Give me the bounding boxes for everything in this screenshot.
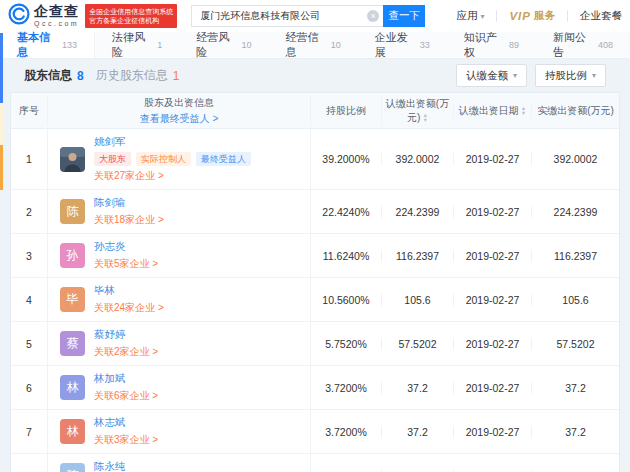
row-date: 2019-02-27 — [453, 426, 531, 438]
shareholder-tags: 大股东实际控制人最终受益人 — [94, 152, 251, 166]
table-row: 4 毕 毕林 关联24家企业 > 10.5600% 105.6 2019-02-… — [11, 278, 619, 322]
chevron-down-icon: ▾ — [513, 71, 517, 80]
related-companies-link[interactable]: 关联18家企业 > — [94, 213, 164, 227]
left-edge-widget-blue — [0, 33, 3, 103]
row-index: 1 — [11, 153, 47, 165]
row-index: 3 — [11, 250, 47, 262]
related-companies-link[interactable]: 关联27家企业 > — [94, 169, 164, 183]
table-row: 5 蔡 蔡妤婷 关联2家企业 > 5.7520% 57.5202 2019-02… — [11, 322, 619, 366]
menu-divider — [567, 10, 568, 22]
row-subscribed: 392.0002 — [381, 153, 453, 165]
main-content: 股东信息 8 历史股东信息 1 认缴金额 ▾ 持股比例 ▾ 序号 股东及出资信息… — [0, 59, 630, 472]
shareholder-char-avatar: 蔡 — [60, 331, 85, 356]
related-companies-link[interactable]: 关联3家企业 > — [94, 433, 158, 447]
shareholder-name-link[interactable]: 姚剑军 — [94, 135, 126, 149]
shareholder-name-link[interactable]: 林志斌 — [94, 416, 126, 430]
history-shareholder-link[interactable]: 历史股东信息 — [96, 67, 168, 84]
row-date: 2019-02-27 — [453, 382, 531, 394]
row-index: 5 — [11, 338, 47, 350]
shareholder-name-link[interactable]: 陈剑瑜 — [94, 196, 126, 210]
shareholder-name-link[interactable]: 陈永纯 — [94, 460, 126, 472]
row-date: 2019-02-27 — [453, 206, 531, 218]
qcc-logo[interactable]: 企查查 Qcc.com — [8, 3, 79, 29]
row-index: 4 — [11, 294, 47, 306]
logo-name: 企查查 — [34, 4, 79, 19]
sort-icon[interactable]: ▲▼ — [422, 113, 427, 122]
tab-经营信息[interactable]: 经营信息 10 — [269, 32, 358, 58]
search-box: × 查一下 — [191, 5, 425, 27]
shareholder-name-link[interactable]: 孙志炎 — [94, 240, 126, 254]
history-shareholder-count: 1 — [173, 69, 180, 83]
search-input[interactable] — [191, 5, 383, 27]
related-companies-link[interactable]: 关联5家企业 > — [94, 257, 158, 271]
sort-icon[interactable]: ▲▼ — [521, 106, 526, 115]
row-ratio: 5.7520% — [311, 338, 381, 350]
shareholder-name-link[interactable]: 蔡妤婷 — [94, 328, 126, 342]
menu-vip[interactable]: VIP 服务 — [509, 9, 555, 23]
shareholder-info-title: 股东信息 — [24, 67, 72, 84]
row-ratio: 39.2000% — [311, 153, 381, 165]
table-row: 1 姚剑军 大股东实际控制人最终受益人 关联27家企业 > 39.2000% 3… — [11, 129, 619, 190]
row-index: 2 — [11, 206, 47, 218]
row-ratio: 3.7200% — [311, 426, 381, 438]
row-subscribed: 37.2 — [381, 382, 453, 394]
table-header-row: 序号 股东及出资信息 查看最终受益人 > 持股比例 认缴出资额(万元)▲▼ 认缴… — [11, 93, 619, 129]
related-companies-link[interactable]: 关联6家企业 > — [94, 389, 158, 403]
row-paid: 392.0002 — [531, 153, 619, 165]
shareholder-char-avatar: 林 — [60, 375, 85, 400]
tab-新闻公告[interactable]: 新闻公告 408 — [536, 32, 630, 58]
tab-知识产权[interactable]: 知识产权 89 — [447, 32, 536, 58]
shareholder-char-avatar: 陈 — [60, 463, 85, 472]
row-date: 2019-02-27 — [453, 338, 531, 350]
search-button[interactable]: 查一下 — [383, 5, 425, 27]
view-beneficiary-link[interactable]: 查看最终受益人 > — [48, 112, 310, 126]
row-subscribed: 105.6 — [381, 294, 453, 306]
tag-实际控制人: 实际控制人 — [136, 152, 191, 166]
menu-divider — [496, 10, 497, 22]
row-date: 2019-02-27 — [453, 250, 531, 262]
col-paid: 实缴出资额(万元) — [531, 104, 619, 118]
row-subscribed: 116.2397 — [381, 250, 453, 262]
tag-最终受益人: 最终受益人 — [196, 152, 251, 166]
table-row: 8 陈 陈永纯 关联9家企业 > 3.0000% 30 2019-02-27 3… — [11, 454, 619, 472]
col-shareholder: 股东及出资信息 查看最终受益人 > — [47, 96, 311, 126]
top-bar: 企查查 Qcc.com 全国企业信用信息查询系统 官方备案企业征信机构 × 查一… — [0, 0, 630, 32]
shareholder-char-avatar: 陈 — [60, 199, 85, 224]
table-row: 6 林 林加斌 关联6家企业 > 3.7200% 37.2 2019-02-27… — [11, 366, 619, 410]
tab-法律风险[interactable]: 法律风险 1 — [95, 32, 179, 58]
shareholding-ratio-filter[interactable]: 持股比例 ▾ — [535, 64, 606, 87]
left-edge-widget-orange — [0, 145, 3, 190]
shareholder-char-avatar: 毕 — [60, 287, 85, 312]
menu-package[interactable]: 企业套餐 — [580, 9, 622, 23]
shareholder-photo-avatar — [60, 147, 85, 172]
tab-经营风险[interactable]: 经营风险 10 — [179, 32, 268, 58]
table-row: 2 陈 陈剑瑜 关联18家企业 > 22.4240% 224.2399 2019… — [11, 190, 619, 234]
row-paid: 37.2 — [531, 426, 619, 438]
related-companies-link[interactable]: 关联2家企业 > — [94, 345, 158, 359]
shareholder-table-card: 序号 股东及出资信息 查看最终受益人 > 持股比例 认缴出资额(万元)▲▼ 认缴… — [10, 92, 620, 472]
table-row: 7 林 林志斌 关联3家企业 > 3.7200% 37.2 2019-02-27… — [11, 410, 619, 454]
subscribed-amount-filter[interactable]: 认缴金额 ▾ — [456, 64, 527, 87]
row-subscribed: 57.5202 — [381, 338, 453, 350]
col-date: 认缴出资日期▲▼ — [453, 104, 531, 118]
tab-基本信息[interactable]: 基本信息 133 — [0, 32, 95, 58]
shareholder-name-link[interactable]: 林加斌 — [94, 372, 126, 386]
logo-domain: Qcc.com — [34, 20, 79, 28]
menu-apps[interactable]: 应用 ▾ — [456, 9, 484, 23]
table-body: 1 姚剑军 大股东实际控制人最终受益人 关联27家企业 > 39.2000% 3… — [11, 129, 619, 472]
related-companies-link[interactable]: 关联24家企业 > — [94, 301, 164, 315]
table-row: 3 孙 孙志炎 关联5家企业 > 11.6240% 116.2397 2019-… — [11, 234, 619, 278]
row-paid: 57.5202 — [531, 338, 619, 350]
col-ratio: 持股比例 — [311, 104, 381, 118]
row-paid: 224.2399 — [531, 206, 619, 218]
shareholder-section-header: 股东信息 8 历史股东信息 1 认缴金额 ▾ 持股比例 ▾ — [10, 59, 620, 92]
chevron-down-icon: ▾ — [592, 71, 596, 80]
tab-企业发展[interactable]: 企业发展 33 — [358, 32, 447, 58]
left-edge-widget-cream — [0, 103, 3, 145]
row-date: 2019-02-27 — [453, 153, 531, 165]
row-subscribed: 37.2 — [381, 426, 453, 438]
row-paid: 37.2 — [531, 382, 619, 394]
row-ratio: 3.7200% — [311, 382, 381, 394]
chevron-down-icon: ▾ — [480, 12, 484, 21]
shareholder-name-link[interactable]: 毕林 — [94, 284, 115, 298]
